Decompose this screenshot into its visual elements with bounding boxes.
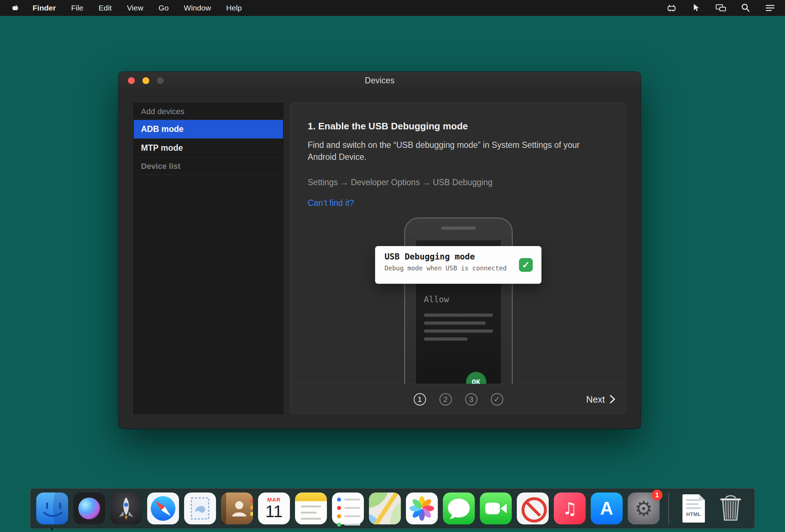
menu-item-window[interactable]: Window <box>184 4 211 12</box>
dock-maps-icon[interactable] <box>369 492 401 524</box>
dock-calendar-icon[interactable]: MAR 11 <box>258 492 290 524</box>
sidebar-header-add-devices: Add devices <box>134 103 283 120</box>
usb-debugging-popup: USB Debugging mode Debug mode when USB i… <box>375 246 541 284</box>
reminder-dot <box>337 498 341 502</box>
document-line <box>686 507 701 509</box>
dock-facetime-icon[interactable] <box>480 492 512 524</box>
menu-item-go[interactable]: Go <box>158 4 169 12</box>
menu-item-view[interactable]: View <box>127 4 143 12</box>
cant-find-it-link[interactable]: Can’t find it? <box>308 198 354 208</box>
dock-contacts-icon[interactable] <box>221 492 253 524</box>
content-panel: 1. Enable the USB Debugging mode Find an… <box>290 103 626 414</box>
menu-item-help[interactable]: Help <box>226 4 242 12</box>
skeleton-text <box>424 313 501 341</box>
menu-item-edit[interactable]: Edit <box>99 4 112 12</box>
step-instructions: 1. Enable the USB Debugging mode Find an… <box>291 103 626 208</box>
wizard-bottom-bar: 1 2 3 ✓ Next <box>291 384 626 414</box>
android-device-icon[interactable] <box>666 3 677 13</box>
html-file-label: HTML <box>682 511 705 517</box>
allow-label: Allow <box>424 295 501 304</box>
skeleton-line <box>424 313 493 317</box>
step-title: 1. Enable the USB Debugging mode <box>308 121 609 132</box>
reminder-dot <box>337 506 341 510</box>
step-indicators: 1 2 3 ✓ <box>414 393 503 406</box>
document-page: HTML <box>682 494 705 523</box>
next-button[interactable]: Next <box>586 394 616 404</box>
phone-speaker <box>441 226 476 230</box>
skeleton-line <box>424 321 486 325</box>
dock-system-preferences-icon[interactable]: ⚙ 1 <box>628 492 660 524</box>
reminder-row <box>337 523 364 527</box>
notes-line <box>301 512 317 514</box>
menu-item-file[interactable]: File <box>71 4 83 12</box>
document-line <box>686 499 701 501</box>
sidebar-item-device-list[interactable]: Device list <box>134 158 283 175</box>
apple-logo-icon[interactable] <box>11 3 20 13</box>
gear-icon: ⚙ <box>635 497 653 520</box>
dock-app-store-icon[interactable]: A <box>591 492 623 524</box>
notes-yellow-band <box>295 492 327 501</box>
dock-safari-icon[interactable] <box>147 492 179 524</box>
sidebar-item-adb-mode[interactable]: ADB mode <box>134 120 283 139</box>
checkbox-checked-icon: ✓ <box>519 258 533 272</box>
step-body: Find and switch on the “USB debugging mo… <box>308 139 598 163</box>
screen-mirroring-icon[interactable] <box>715 3 726 13</box>
reminder-line <box>344 524 360 525</box>
reminder-dot <box>337 523 341 527</box>
step-indicator-done-icon: ✓ <box>491 393 503 406</box>
dock-html-file-icon[interactable]: HTML <box>678 492 710 524</box>
list-icon[interactable] <box>765 3 776 13</box>
dock-launchpad-icon[interactable] <box>110 492 142 524</box>
reminder-line <box>344 515 360 517</box>
reminder-dot <box>337 514 341 518</box>
phone-illustration: Allow OK <box>404 217 513 385</box>
skeleton-line <box>424 329 493 333</box>
reminder-line <box>344 499 360 500</box>
reminder-row <box>337 498 364 502</box>
reminder-line <box>344 507 360 509</box>
skeleton-line <box>424 337 468 341</box>
popup-title: USB Debugging mode <box>385 252 541 261</box>
menu-bar-status-icons <box>666 0 776 16</box>
next-label: Next <box>586 394 605 404</box>
reminder-row <box>337 506 364 510</box>
reminder-row <box>337 514 364 518</box>
running-indicator <box>51 528 53 530</box>
notification-badge: 1 <box>652 490 663 500</box>
step-indicator-1: 1 <box>414 393 426 406</box>
dock: MAR 11 <box>30 488 755 529</box>
step-indicator-3: 3 <box>465 393 477 406</box>
document-line <box>686 503 698 505</box>
desktop: { "colors": { "teal_background": "#0c5e5… <box>0 0 785 532</box>
menu-bar: Finder File Edit View Go Window Help <box>0 0 785 16</box>
app-store-a-glyph: A <box>600 498 613 519</box>
window-titlebar: Devices <box>119 72 641 89</box>
pointer-icon[interactable] <box>691 3 702 13</box>
calendar-day: 11 <box>258 503 290 520</box>
dock-notes-icon[interactable] <box>295 492 327 524</box>
settings-path: Settings → Developer Options → USB Debug… <box>308 178 609 187</box>
dock-reminders-icon[interactable] <box>332 492 364 524</box>
step-indicator-2: 2 <box>439 393 452 406</box>
search-icon[interactable] <box>740 3 751 13</box>
chevron-right-icon <box>609 395 616 404</box>
window-title: Devices <box>119 72 641 89</box>
notes-line <box>301 506 321 507</box>
dock-trash-icon[interactable] <box>715 492 747 524</box>
devices-window: Devices Add devices ADB mode MTP mode De… <box>119 72 641 429</box>
dock-finder-icon[interactable] <box>36 492 68 524</box>
dock-separator <box>668 493 669 524</box>
menu-app-name[interactable]: Finder <box>33 4 56 12</box>
dock-messages-icon[interactable] <box>443 492 475 524</box>
dock-mail-icon[interactable] <box>184 492 216 524</box>
dock-blocked-app-icon[interactable] <box>517 492 549 524</box>
dock-music-icon[interactable]: ♫ <box>554 492 586 524</box>
popup-subtitle: Debug mode when USB is connected <box>385 265 541 272</box>
notes-line <box>301 518 321 520</box>
dock-siri-icon[interactable] <box>73 492 105 524</box>
sidebar: Add devices ADB mode MTP mode Device lis… <box>133 103 283 414</box>
sidebar-item-mtp-mode[interactable]: MTP mode <box>134 139 283 158</box>
music-note-glyph: ♫ <box>562 499 577 518</box>
dock-photos-icon[interactable] <box>406 492 438 524</box>
